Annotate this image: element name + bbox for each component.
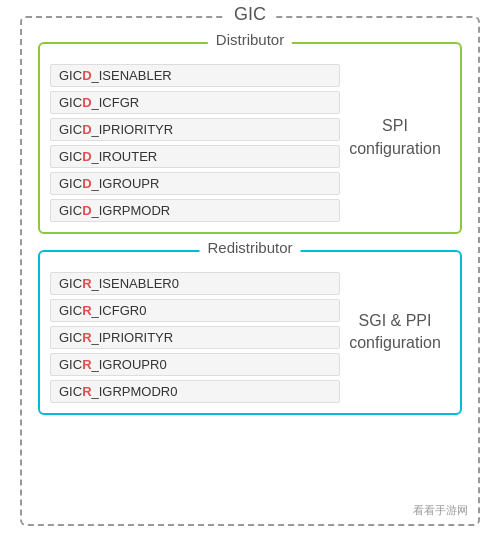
redistributor-registers: GICR_ISENABLER0GICR_ICFGR0GICR_IPRIORITY… [50,272,340,403]
sgi-config-label: SGI & PPI configuration [349,310,441,355]
gic-title: GIC [224,4,276,25]
register-row: GICR_IPRIORITYR [50,326,340,349]
register-highlight: D [82,203,91,218]
register-row: GICR_IGROUPR0 [50,353,340,376]
register-highlight: R [82,276,91,291]
register-row: GICD_IGROUPR [50,172,340,195]
register-row: GICD_ICFGR [50,91,340,114]
register-row: GICD_IGRPMODR [50,199,340,222]
register-row: GICD_IROUTER [50,145,340,168]
redistributor-title: Redistributor [199,239,300,256]
register-highlight: R [82,330,91,345]
register-highlight: R [82,303,91,318]
register-row: GICR_ICFGR0 [50,299,340,322]
distributor-registers: GICD_ISENABLERGICD_ICFGRGICD_IPRIORITYRG… [50,64,340,222]
register-highlight: D [82,122,91,137]
register-highlight: D [82,176,91,191]
register-row: GICR_ISENABLER0 [50,272,340,295]
register-row: GICR_IGRPMODR0 [50,380,340,403]
distributor-section: Distributor GICD_ISENABLERGICD_ICFGRGICD… [38,42,462,234]
spi-config-label: SPI configuration [349,115,441,160]
redistributor-section: Redistributor GICR_ISENABLER0GICR_ICFGR0… [38,250,462,415]
gic-container: GIC Distributor GICD_ISENABLERGICD_ICFGR… [20,16,480,526]
register-highlight: R [82,357,91,372]
watermark: 看看手游网 [413,503,468,518]
distributor-right-label: SPI configuration [340,115,450,160]
register-row: GICD_IPRIORITYR [50,118,340,141]
register-row: GICD_ISENABLER [50,64,340,87]
register-highlight: R [82,384,91,399]
register-highlight: D [82,68,91,83]
distributor-title: Distributor [208,31,292,48]
redistributor-right-label: SGI & PPI configuration [340,310,450,355]
register-highlight: D [82,149,91,164]
register-highlight: D [82,95,91,110]
